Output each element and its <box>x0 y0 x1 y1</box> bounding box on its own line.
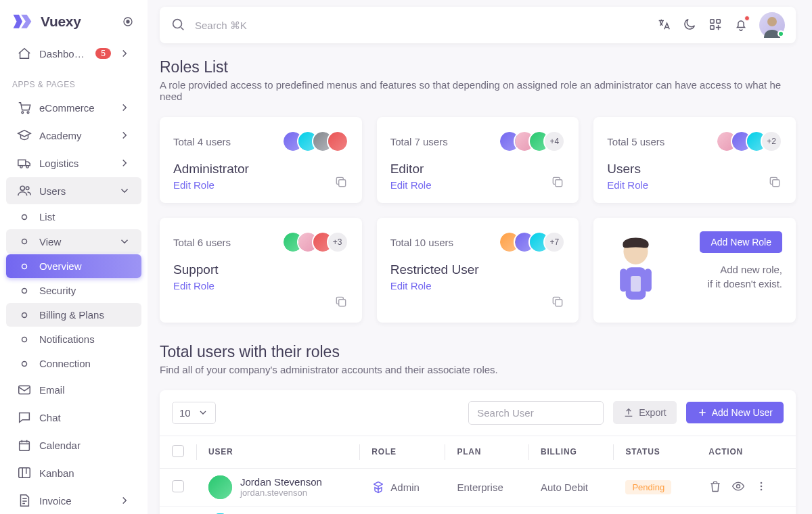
sidebar-item-logistics[interactable]: Logistics <box>6 149 141 177</box>
sidebar-item-kanban[interactable]: Kanban <box>6 459 141 486</box>
search-icon[interactable] <box>171 17 185 34</box>
svg-point-7 <box>20 186 24 190</box>
chevron-down-icon <box>118 185 131 197</box>
chevron-right-icon <box>118 494 131 507</box>
add-role-illustration <box>607 231 664 310</box>
svg-rect-25 <box>338 180 345 187</box>
theme-icon[interactable] <box>682 17 697 34</box>
sidebar-item-users[interactable]: Users <box>6 177 141 204</box>
table-row: Richard Paynerichard247 Editor Team Auto… <box>160 506 796 514</box>
plus-icon <box>697 407 708 418</box>
topbar <box>160 7 796 43</box>
svg-rect-17 <box>20 442 30 451</box>
svg-point-36 <box>761 482 763 484</box>
sidebar-item-connection[interactable]: Connection <box>6 352 141 375</box>
sidebar-item-email[interactable]: Email <box>6 376 141 403</box>
col-status[interactable]: STATUS <box>613 436 696 468</box>
col-billing[interactable]: BILLING <box>528 436 614 468</box>
col-user[interactable]: USER <box>196 436 359 468</box>
circle-icon <box>17 360 32 367</box>
svg-point-13 <box>22 312 27 317</box>
more-icon[interactable] <box>754 480 768 495</box>
svg-point-5 <box>20 166 22 168</box>
svg-rect-23 <box>710 25 715 29</box>
users-icon <box>17 183 32 198</box>
avatar-group: +2 <box>716 131 782 152</box>
sidebar-item-view[interactable]: View <box>6 229 141 254</box>
svg-rect-34 <box>645 268 652 291</box>
edit-role-link[interactable]: Edit Role <box>390 179 432 191</box>
role-card: Total 5 users +2 Users Edit Role <box>593 117 796 203</box>
edit-role-link[interactable]: Edit Role <box>173 179 215 191</box>
col-role[interactable]: ROLE <box>359 436 445 468</box>
delete-icon[interactable] <box>708 480 722 495</box>
sidebar-pin-icon[interactable] <box>120 14 135 29</box>
calendar-icon <box>17 438 32 452</box>
sidebar-item-academy[interactable]: Academy <box>6 122 141 149</box>
plan-cell: Team <box>445 506 528 514</box>
plan-cell: Enterprise <box>445 468 528 506</box>
add-role-note: Add new role, if it doesn't exist. <box>670 262 782 291</box>
role-name: Administrator <box>173 162 348 177</box>
notification-icon[interactable] <box>734 17 748 34</box>
sidebar-item-calendar[interactable]: Calendar <box>6 431 141 459</box>
chevron-right-icon <box>118 101 131 114</box>
svg-rect-33 <box>620 268 627 291</box>
sidebar-item-invoice[interactable]: Invoice <box>6 487 141 514</box>
brand-logo-icon <box>12 14 32 30</box>
sidebar-item-ecommerce[interactable]: eCommerce <box>6 94 141 121</box>
sidebar-item-security[interactable]: Security <box>6 279 141 302</box>
sidebar-item-dashboards[interactable]: Dashboards 5 <box>6 40 141 67</box>
view-icon[interactable] <box>731 480 745 495</box>
svg-rect-16 <box>19 386 30 394</box>
copy-icon[interactable] <box>331 172 351 192</box>
brand-name: Vuexy <box>41 14 81 30</box>
mail-icon <box>17 382 32 397</box>
svg-rect-29 <box>556 300 562 306</box>
copy-icon[interactable] <box>331 291 351 312</box>
search-user-input[interactable] <box>468 401 604 425</box>
edit-role-link[interactable]: Edit Role <box>390 280 432 291</box>
copy-icon[interactable] <box>547 172 568 192</box>
chat-icon <box>17 410 32 425</box>
chevron-right-icon <box>118 157 131 169</box>
rows-per-page-select[interactable]: 10 <box>172 402 216 424</box>
edit-role-link[interactable]: Edit Role <box>173 280 215 291</box>
invoice-icon <box>17 493 32 508</box>
add-new-role-button[interactable]: Add New Role <box>700 231 782 253</box>
sidebar-item-chat[interactable]: Chat <box>6 404 141 431</box>
role-card: Total 7 users +4 Editor Edit Role <box>377 117 579 203</box>
section-title-users: Total users with their roles <box>160 343 796 361</box>
add-new-user-button[interactable]: Add New User <box>686 402 784 423</box>
sidebar-item-list[interactable]: List <box>6 205 141 229</box>
user-avatar-small <box>208 475 232 499</box>
total-users: Total 10 users <box>390 237 453 248</box>
sidebar-item-billing[interactable]: Billing & Plans <box>6 303 141 327</box>
copy-icon[interactable] <box>765 172 785 192</box>
svg-point-24 <box>767 17 777 26</box>
sidebar-item-notifications[interactable]: Notifications <box>6 327 141 351</box>
col-plan[interactable]: PLAN <box>445 436 528 468</box>
table-row: Jordan Stevensonjordan.stevenson Admin E… <box>160 468 796 506</box>
avatar-more: +2 <box>761 131 782 152</box>
apps-icon[interactable] <box>708 17 723 34</box>
user-name[interactable]: Jordan Stevenson <box>240 476 322 488</box>
search-input[interactable] <box>195 20 647 31</box>
select-all-checkbox[interactable] <box>172 445 184 457</box>
language-icon[interactable] <box>656 17 671 34</box>
user-avatar[interactable] <box>759 12 785 38</box>
cart-icon <box>17 100 32 115</box>
role-card: Total 4 users Administrator Edit Role <box>160 117 362 203</box>
copy-icon[interactable] <box>547 291 568 312</box>
export-button[interactable]: Export <box>613 401 676 424</box>
page-subtitle: A role provided access to predefined men… <box>160 79 796 102</box>
circle-icon <box>17 312 32 319</box>
edit-role-link[interactable]: Edit Role <box>607 179 648 191</box>
sidebar-item-overview[interactable]: Overview <box>6 254 141 278</box>
row-checkbox[interactable] <box>172 480 184 492</box>
svg-rect-32 <box>631 276 641 291</box>
avatar-more: +4 <box>543 131 565 152</box>
svg-rect-21 <box>710 19 715 23</box>
svg-point-1 <box>127 20 129 23</box>
role-label: Admin <box>390 482 420 493</box>
